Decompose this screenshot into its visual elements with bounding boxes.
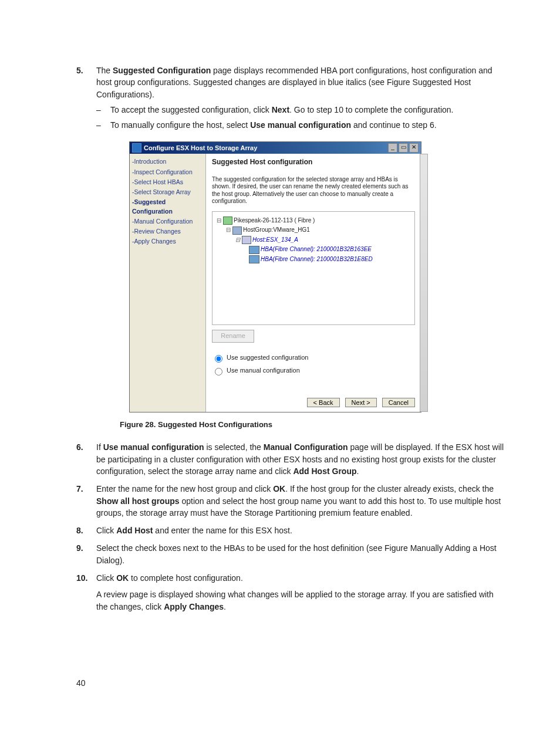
- collapse-icon[interactable]: ⊟: [215, 217, 223, 225]
- t: Enter the name for the new host group an…: [96, 484, 273, 493]
- t: .: [224, 602, 226, 611]
- t: Click: [96, 526, 116, 535]
- radio-suggested-label: Use suggested configuration: [227, 354, 308, 361]
- sidebar-item-apply[interactable]: -Apply Changes: [132, 237, 204, 246]
- page-number: 40: [76, 677, 507, 689]
- figure-caption: Figure 28. Suggested Host Configurations: [120, 420, 507, 431]
- hba-icon: [249, 246, 259, 254]
- tree-hba1: HBA(Fibre Channel): 2100001B32B163EE: [261, 245, 372, 254]
- radio-manual-input[interactable]: [215, 368, 222, 376]
- tree-host: Host:ESX_134_A: [252, 236, 298, 245]
- t: . If the host group for the cluster alre…: [285, 484, 494, 493]
- sidebar-item-manual[interactable]: -Manual Configuration: [132, 217, 204, 226]
- step-7: Enter the name for the new host group an…: [76, 483, 507, 519]
- sidebar-item-introduction[interactable]: -Introduction: [132, 157, 204, 166]
- step-5: The Suggested Configuration page display…: [76, 65, 507, 431]
- app-icon: [132, 143, 141, 153]
- next-button[interactable]: Next >: [345, 398, 377, 407]
- hostgroup-icon: [232, 226, 242, 235]
- collapse-icon[interactable]: ⊟: [234, 236, 242, 245]
- rename-button: Rename: [212, 330, 254, 343]
- wizard-sidebar: -Introduction -Inspect Configuration -Se…: [130, 154, 206, 412]
- t: A review page is displayed showing what …: [96, 590, 494, 611]
- sidebar-item-select-hbas[interactable]: -Select Host HBAs: [132, 178, 204, 187]
- step-8: Click Add Host and enter the name for th…: [76, 525, 507, 536]
- radio-manual[interactable]: Use manual configuration: [212, 366, 415, 376]
- dialog-heading: Suggested Host configuration: [212, 157, 415, 167]
- t: Click: [96, 573, 116, 583]
- back-button[interactable]: < Back: [307, 398, 340, 407]
- tree-hostgroup: HostGroup:VMware_HG1: [243, 226, 310, 235]
- step-9: Select the check boxes next to the HBAs …: [76, 542, 507, 566]
- tree-hba2: HBA(Fibre Channel): 2100001B32B1E8ED: [261, 255, 373, 264]
- tree-root: Pikespeak-26-112-113 ( Fibre ): [234, 217, 315, 225]
- sidebar-item-suggested[interactable]: -Suggested Configuration: [132, 198, 204, 215]
- t: .: [357, 466, 359, 476]
- t: If: [96, 442, 103, 452]
- step5-sub2: To manually configure the host, select U…: [96, 119, 507, 131]
- dialog-title: Configure ESX Host to Storage Array: [144, 144, 388, 153]
- t: to complete host configuration.: [129, 573, 243, 583]
- figure-dialog: Configure ESX Host to Storage Array _ ▭ …: [129, 141, 421, 412]
- t: Select the check boxes next to the HBAs …: [96, 543, 497, 564]
- min-icon[interactable]: _: [388, 143, 397, 153]
- close-icon[interactable]: ✕: [409, 143, 419, 153]
- collapse-icon[interactable]: ⊟: [224, 226, 232, 235]
- sidebar-item-review[interactable]: -Review Changes: [132, 227, 204, 236]
- dialog-titlebar: Configure ESX Host to Storage Array _ ▭ …: [130, 142, 421, 154]
- step-10: Click OK to complete host configuration.…: [76, 572, 507, 613]
- step5-sub1: To accept the suggested configuration, c…: [96, 104, 507, 116]
- step-6: If Use manual configuration is selected,…: [76, 441, 507, 477]
- array-icon: [223, 217, 232, 225]
- step5-text: The Suggested Configuration page display…: [96, 66, 492, 99]
- sidebar-item-select-array[interactable]: -Select Storage Array: [132, 188, 204, 197]
- sidebar-item-inspect[interactable]: -Inspect Configuration: [132, 168, 204, 177]
- hba-icon: [249, 255, 259, 263]
- dialog-description: The suggested configuration for the sele…: [212, 176, 415, 205]
- radio-manual-label: Use manual configuration: [227, 367, 300, 374]
- cancel-button[interactable]: Cancel: [382, 398, 415, 407]
- max-icon[interactable]: ▭: [399, 143, 408, 153]
- figure-scrollbar[interactable]: [420, 154, 428, 412]
- t: is selected, the: [204, 442, 264, 452]
- host-tree[interactable]: ⊟ Pikespeak-26-112-113 ( Fibre ) ⊟ HostG…: [212, 211, 415, 325]
- t: and enter the name for this ESX host.: [153, 526, 292, 535]
- radio-suggested-input[interactable]: [215, 355, 222, 363]
- radio-suggested[interactable]: Use suggested configuration: [212, 353, 415, 363]
- host-icon: [242, 236, 251, 244]
